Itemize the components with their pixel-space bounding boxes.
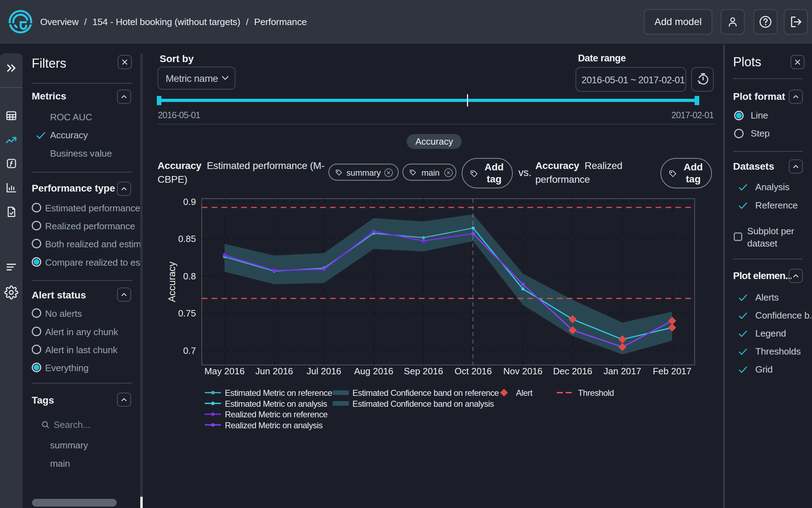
svg-text:0.75: 0.75 <box>178 308 196 319</box>
svg-text:Dec 2016: Dec 2016 <box>553 366 592 376</box>
svg-text:Sep 2016: Sep 2016 <box>404 366 443 376</box>
svg-text:0.7: 0.7 <box>183 345 196 356</box>
svg-text:0.8: 0.8 <box>183 271 196 282</box>
svg-text:Threshold: Threshold <box>578 388 614 398</box>
svg-text:Realized Metric on reference: Realized Metric on reference <box>225 410 328 419</box>
svg-text:0.85: 0.85 <box>178 234 196 244</box>
svg-text:Accuracy: Accuracy <box>166 261 177 302</box>
svg-text:Oct 2016: Oct 2016 <box>455 366 492 376</box>
svg-text:May 2016: May 2016 <box>204 366 245 376</box>
svg-text:Nov 2016: Nov 2016 <box>503 366 542 376</box>
svg-text:Jun 2016: Jun 2016 <box>256 366 293 376</box>
svg-text:Estimated Confidence band on a: Estimated Confidence band on analysis <box>352 399 494 409</box>
svg-text:0.9: 0.9 <box>183 196 196 207</box>
svg-text:Feb 2017: Feb 2017 <box>653 366 691 376</box>
svg-text:Alert: Alert <box>516 388 533 398</box>
svg-text:Realized Metric on analysis: Realized Metric on analysis <box>225 421 323 430</box>
svg-text:Jul 2016: Jul 2016 <box>307 366 341 376</box>
svg-text:Jan 2017: Jan 2017 <box>604 366 641 376</box>
svg-text:Estimated Metric on reference: Estimated Metric on reference <box>225 388 332 398</box>
svg-text:Aug 2016: Aug 2016 <box>354 366 393 376</box>
svg-text:Estimated Metric on analysis: Estimated Metric on analysis <box>225 399 327 409</box>
svg-text:Estimated Confidence band on r: Estimated Confidence band on reference <box>352 388 499 398</box>
